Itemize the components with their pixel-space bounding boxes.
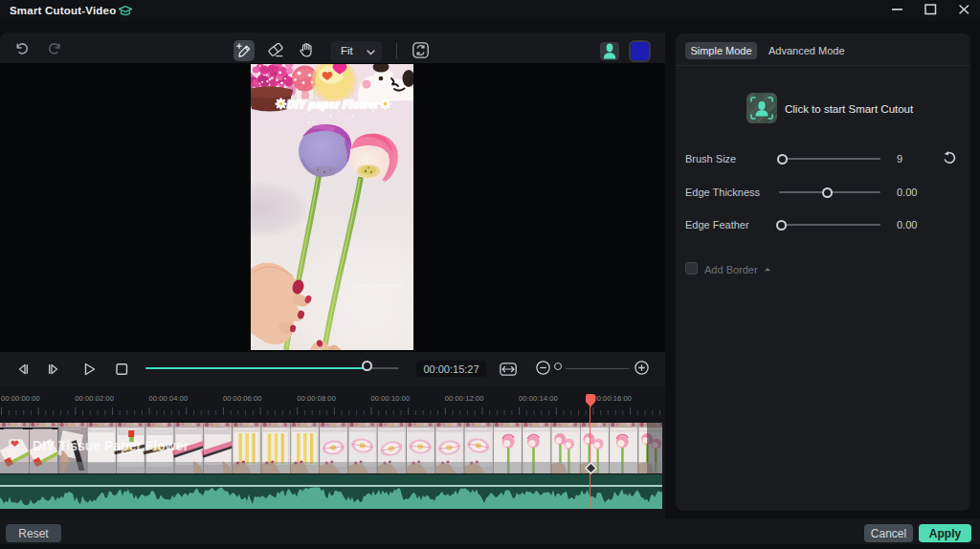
- svg-text:DIY Tissue Paper Flower: DIY Tissue Paper Flower: [33, 438, 189, 453]
- svg-text:@paper_candycrafts: @paper_candycrafts: [352, 282, 405, 288]
- svg-text:DIY paper Flower: DIY paper Flower: [287, 99, 379, 110]
